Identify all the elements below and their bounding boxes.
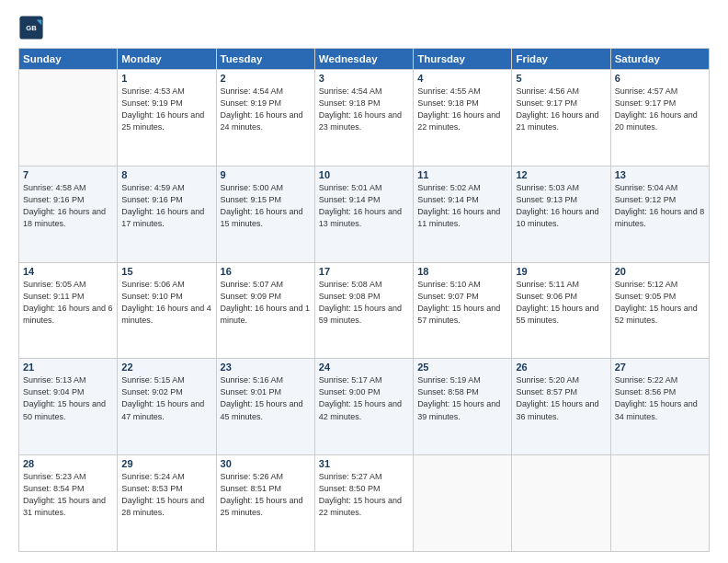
cell-info: Sunrise: 5:01 AMSunset: 9:14 PMDaylight:…	[319, 182, 409, 230]
cell-info: Sunrise: 5:08 AMSunset: 9:08 PMDaylight:…	[319, 279, 409, 327]
cell-info: Sunrise: 5:02 AMSunset: 9:14 PMDaylight:…	[417, 182, 507, 230]
cell-info: Sunrise: 5:12 AMSunset: 9:05 PMDaylight:…	[615, 279, 705, 327]
calendar-cell: 15Sunrise: 5:06 AMSunset: 9:10 PMDayligh…	[118, 262, 216, 359]
calendar-cell: 23Sunrise: 5:16 AMSunset: 9:01 PMDayligh…	[216, 359, 314, 455]
cell-info: Sunrise: 5:13 AMSunset: 9:04 PMDaylight:…	[23, 374, 113, 422]
calendar-cell: 14Sunrise: 5:05 AMSunset: 9:11 PMDayligh…	[19, 262, 118, 359]
week-row-5: 28Sunrise: 5:23 AMSunset: 8:54 PMDayligh…	[19, 455, 710, 552]
cell-info: Sunrise: 4:56 AMSunset: 9:17 PMDaylight:…	[516, 86, 606, 133]
day-number: 22	[121, 362, 211, 373]
day-number: 19	[516, 266, 606, 277]
cell-info: Sunrise: 5:26 AMSunset: 8:51 PMDaylight:…	[221, 471, 311, 519]
calendar-cell: 21Sunrise: 5:13 AMSunset: 9:04 PMDayligh…	[19, 359, 118, 455]
day-number: 14	[23, 266, 113, 277]
header: GB	[18, 15, 710, 40]
cell-info: Sunrise: 4:53 AMSunset: 9:19 PMDaylight:…	[121, 86, 211, 133]
calendar-cell: 2Sunrise: 4:54 AMSunset: 9:19 PMDaylight…	[216, 70, 314, 167]
cell-info: Sunrise: 5:22 AMSunset: 8:56 PMDaylight:…	[615, 374, 705, 422]
day-number: 7	[23, 169, 113, 180]
calendar-cell: 7Sunrise: 4:58 AMSunset: 9:16 PMDaylight…	[19, 166, 118, 262]
logo: GB	[18, 15, 48, 40]
cell-info: Sunrise: 4:59 AMSunset: 9:16 PMDaylight:…	[121, 182, 211, 230]
calendar-page: GB SundayMondayTuesdayWednesdayThursdayF…	[0, 0, 728, 563]
calendar-table: SundayMondayTuesdayWednesdayThursdayFrid…	[18, 48, 710, 552]
cell-info: Sunrise: 5:03 AMSunset: 9:13 PMDaylight:…	[516, 182, 606, 230]
calendar-cell: 6Sunrise: 4:57 AMSunset: 9:17 PMDaylight…	[610, 70, 709, 167]
calendar-cell: 18Sunrise: 5:10 AMSunset: 9:07 PMDayligh…	[414, 262, 512, 359]
cell-info: Sunrise: 5:04 AMSunset: 9:12 PMDaylight:…	[615, 182, 705, 230]
day-number: 24	[319, 362, 409, 373]
cell-info: Sunrise: 5:15 AMSunset: 9:02 PMDaylight:…	[121, 374, 211, 422]
calendar-cell: 13Sunrise: 5:04 AMSunset: 9:12 PMDayligh…	[610, 166, 709, 262]
day-number: 25	[417, 362, 507, 373]
day-number: 16	[221, 266, 311, 277]
day-number: 27	[615, 362, 705, 373]
cell-info: Sunrise: 5:19 AMSunset: 8:58 PMDaylight:…	[417, 374, 507, 422]
day-number: 1	[121, 73, 211, 84]
day-number: 5	[516, 73, 606, 84]
calendar-cell: 19Sunrise: 5:11 AMSunset: 9:06 PMDayligh…	[512, 262, 610, 359]
day-number: 17	[319, 266, 409, 277]
weekday-header-saturday: Saturday	[610, 49, 709, 70]
calendar-cell: 9Sunrise: 5:00 AMSunset: 9:15 PMDaylight…	[216, 166, 314, 262]
weekday-header-friday: Friday	[512, 49, 610, 70]
calendar-cell	[512, 455, 610, 552]
calendar-cell: 10Sunrise: 5:01 AMSunset: 9:14 PMDayligh…	[314, 166, 413, 262]
day-number: 30	[221, 458, 311, 469]
day-number: 15	[121, 266, 211, 277]
calendar-cell: 31Sunrise: 5:27 AMSunset: 8:50 PMDayligh…	[314, 455, 413, 552]
cell-info: Sunrise: 5:17 AMSunset: 9:00 PMDaylight:…	[319, 374, 409, 422]
calendar-cell: 30Sunrise: 5:26 AMSunset: 8:51 PMDayligh…	[216, 455, 314, 552]
calendar-cell: 22Sunrise: 5:15 AMSunset: 9:02 PMDayligh…	[118, 359, 216, 455]
calendar-cell: 25Sunrise: 5:19 AMSunset: 8:58 PMDayligh…	[414, 359, 512, 455]
day-number: 11	[417, 169, 507, 180]
day-number: 4	[417, 73, 507, 84]
week-row-3: 14Sunrise: 5:05 AMSunset: 9:11 PMDayligh…	[19, 262, 710, 359]
calendar-cell: 12Sunrise: 5:03 AMSunset: 9:13 PMDayligh…	[512, 166, 610, 262]
calendar-cell: 20Sunrise: 5:12 AMSunset: 9:05 PMDayligh…	[610, 262, 709, 359]
week-row-1: 1Sunrise: 4:53 AMSunset: 9:19 PMDaylight…	[19, 70, 710, 167]
cell-info: Sunrise: 5:16 AMSunset: 9:01 PMDaylight:…	[221, 374, 311, 422]
day-number: 10	[319, 169, 409, 180]
day-number: 9	[221, 169, 311, 180]
day-number: 3	[319, 73, 409, 84]
cell-info: Sunrise: 5:06 AMSunset: 9:10 PMDaylight:…	[121, 279, 211, 327]
calendar-cell: 29Sunrise: 5:24 AMSunset: 8:53 PMDayligh…	[118, 455, 216, 552]
calendar-cell: 5Sunrise: 4:56 AMSunset: 9:17 PMDaylight…	[512, 70, 610, 167]
svg-text:GB: GB	[26, 24, 37, 32]
day-number: 12	[516, 169, 606, 180]
day-number: 31	[319, 458, 409, 469]
cell-info: Sunrise: 5:24 AMSunset: 8:53 PMDaylight:…	[121, 471, 211, 519]
day-number: 26	[516, 362, 606, 373]
cell-info: Sunrise: 4:57 AMSunset: 9:17 PMDaylight:…	[615, 86, 705, 133]
cell-info: Sunrise: 5:07 AMSunset: 9:09 PMDaylight:…	[221, 279, 311, 327]
calendar-cell: 28Sunrise: 5:23 AMSunset: 8:54 PMDayligh…	[19, 455, 118, 552]
cell-info: Sunrise: 5:05 AMSunset: 9:11 PMDaylight:…	[23, 279, 113, 327]
day-number: 6	[615, 73, 705, 84]
week-row-4: 21Sunrise: 5:13 AMSunset: 9:04 PMDayligh…	[19, 359, 710, 455]
calendar-cell: 3Sunrise: 4:54 AMSunset: 9:18 PMDaylight…	[314, 70, 413, 167]
cell-info: Sunrise: 4:58 AMSunset: 9:16 PMDaylight:…	[23, 182, 113, 230]
day-number: 29	[121, 458, 211, 469]
day-number: 13	[615, 169, 705, 180]
weekday-header-thursday: Thursday	[414, 49, 512, 70]
calendar-cell: 24Sunrise: 5:17 AMSunset: 9:00 PMDayligh…	[314, 359, 413, 455]
day-number: 18	[417, 266, 507, 277]
cell-info: Sunrise: 5:23 AMSunset: 8:54 PMDaylight:…	[23, 471, 113, 519]
calendar-cell: 26Sunrise: 5:20 AMSunset: 8:57 PMDayligh…	[512, 359, 610, 455]
cell-info: Sunrise: 5:10 AMSunset: 9:07 PMDaylight:…	[417, 279, 507, 327]
weekday-header-sunday: Sunday	[19, 49, 118, 70]
cell-info: Sunrise: 5:20 AMSunset: 8:57 PMDaylight:…	[516, 374, 606, 422]
weekday-header-monday: Monday	[118, 49, 216, 70]
cell-info: Sunrise: 5:00 AMSunset: 9:15 PMDaylight:…	[221, 182, 311, 230]
weekday-header-wednesday: Wednesday	[314, 49, 413, 70]
calendar-cell: 8Sunrise: 4:59 AMSunset: 9:16 PMDaylight…	[118, 166, 216, 262]
cell-info: Sunrise: 4:54 AMSunset: 9:18 PMDaylight:…	[319, 86, 409, 133]
calendar-cell: 17Sunrise: 5:08 AMSunset: 9:08 PMDayligh…	[314, 262, 413, 359]
cell-info: Sunrise: 5:27 AMSunset: 8:50 PMDaylight:…	[319, 471, 409, 519]
calendar-cell: 11Sunrise: 5:02 AMSunset: 9:14 PMDayligh…	[414, 166, 512, 262]
week-row-2: 7Sunrise: 4:58 AMSunset: 9:16 PMDaylight…	[19, 166, 710, 262]
day-number: 23	[221, 362, 311, 373]
day-number: 20	[615, 266, 705, 277]
calendar-cell: 4Sunrise: 4:55 AMSunset: 9:18 PMDaylight…	[414, 70, 512, 167]
